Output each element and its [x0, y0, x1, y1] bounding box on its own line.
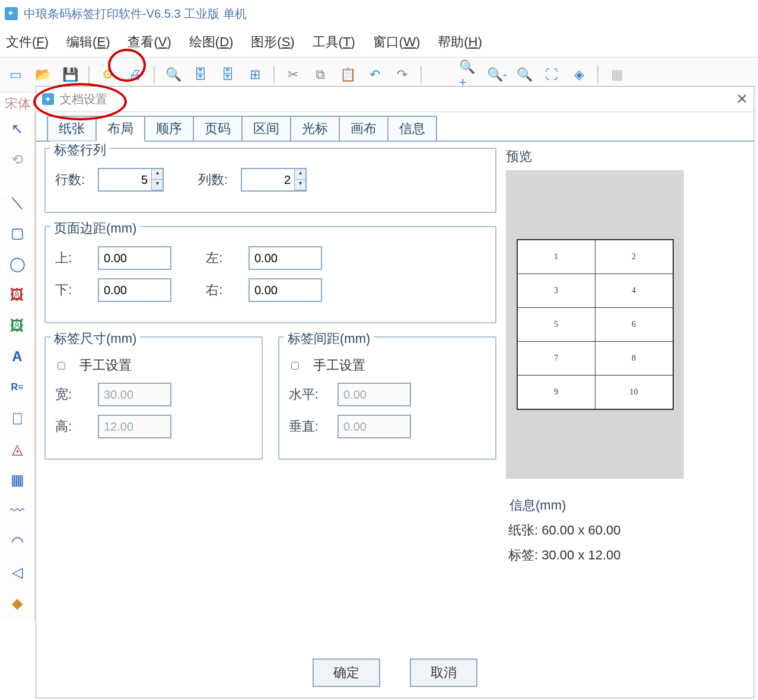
- gap-manual-checkbox[interactable]: [291, 362, 299, 370]
- window-title: 中琅条码标签打印软件-V6.5.3 工业版 单机: [24, 6, 247, 22]
- curve-tool-icon[interactable]: 〰: [2, 496, 32, 526]
- database-icon[interactable]: 🗄: [190, 64, 211, 85]
- size-manual-checkbox[interactable]: [58, 362, 65, 370]
- fit-icon[interactable]: ⛶: [541, 64, 562, 85]
- size-width-input: [98, 383, 171, 406]
- cols-input[interactable]: [242, 170, 294, 190]
- picture-tool-icon[interactable]: 🖼: [2, 311, 32, 341]
- print-icon[interactable]: 🖨: [125, 64, 146, 85]
- info-title: 信息(mm): [506, 497, 746, 514]
- document-settings-dialog: 文档设置 ✕ 纸张 布局 顺序 页码 区间 光标 画布 信息 标签行列 行数: …: [36, 86, 754, 698]
- polygon-tool-icon[interactable]: ◬: [2, 434, 32, 464]
- group-size: 标签尺寸(mm) 手工设置 宽: 高:: [44, 336, 263, 460]
- tab-canvas[interactable]: 画布: [339, 116, 388, 141]
- preview-cell: 10: [595, 376, 673, 409]
- cols-down[interactable]: ▾: [295, 180, 305, 190]
- roundrect-tool-icon[interactable]: ▢: [2, 218, 32, 248]
- redo-icon[interactable]: ↷: [391, 64, 413, 85]
- gap-vertical-input: [337, 415, 411, 438]
- tab-row: 纸张 布局 顺序 页码 区间 光标 画布 信息: [36, 112, 754, 141]
- window-titlebar: 中琅条码标签打印软件-V6.5.3 工业版 单机: [0, 0, 758, 27]
- tab-range[interactable]: 区间: [241, 116, 291, 141]
- more-tool-icon[interactable]: ◆: [2, 588, 32, 618]
- preview-label: 预览: [506, 148, 746, 166]
- zoom-out-icon[interactable]: 🔍-: [486, 64, 508, 85]
- menu-tool[interactable]: 工具(T): [313, 33, 355, 51]
- menu-view[interactable]: 查看(V): [128, 33, 171, 51]
- preview-cell: 5: [517, 308, 595, 342]
- tab-paper[interactable]: 纸张: [47, 116, 97, 141]
- menu-help[interactable]: 帮助(H): [438, 33, 482, 51]
- database-add-icon[interactable]: 🗄: [217, 64, 238, 85]
- barcode-tool-icon[interactable]: ⎕: [2, 403, 32, 433]
- menu-window[interactable]: 窗口(W): [373, 33, 420, 51]
- gap-horizontal-input: [337, 383, 411, 406]
- zoom-in-icon[interactable]: 🔍+: [459, 64, 480, 85]
- undo-icon[interactable]: ↶: [364, 64, 386, 85]
- margin-top-input[interactable]: [98, 246, 171, 270]
- menu-file[interactable]: 文件(F): [6, 33, 49, 51]
- cut-icon[interactable]: ✂: [282, 64, 304, 85]
- margin-right-input[interactable]: [249, 278, 322, 302]
- dialog-titlebar: 文档设置 ✕: [36, 87, 754, 112]
- image-tool-icon[interactable]: 🖼: [2, 280, 32, 310]
- rows-up[interactable]: ▴: [152, 169, 163, 180]
- richtext-tool-icon[interactable]: R≡: [2, 373, 32, 402]
- tab-cursor[interactable]: 光标: [290, 116, 340, 141]
- menu-draw[interactable]: 绘图(D): [189, 33, 234, 51]
- tab-order[interactable]: 顺序: [144, 116, 194, 141]
- table-tool-icon[interactable]: ▦: [2, 465, 32, 495]
- new-icon[interactable]: ▭: [5, 64, 26, 85]
- cancel-button[interactable]: 取消: [410, 658, 477, 687]
- menu-shape[interactable]: 图形(S): [251, 33, 294, 51]
- rows-label: 行数:: [55, 171, 88, 189]
- group-margin: 页面边距(mm) 上: 左: 下: 右:: [44, 226, 496, 323]
- cols-label: 列数:: [198, 171, 231, 189]
- rows-input[interactable]: [99, 170, 151, 190]
- preview-cell: 1: [517, 240, 595, 274]
- app-icon: [5, 7, 18, 20]
- grid-icon[interactable]: ⊞: [244, 64, 266, 85]
- margin-bottom-input[interactable]: [98, 278, 171, 302]
- ellipse-tool-icon[interactable]: ◯: [2, 249, 32, 279]
- open-icon[interactable]: 📂: [32, 64, 53, 85]
- settings-icon[interactable]: ⚙: [97, 64, 119, 85]
- rows-down[interactable]: ▾: [152, 180, 163, 190]
- info-label: 30.00 x 12.00: [542, 548, 620, 562]
- rotate-tool-icon[interactable]: ⟲: [2, 145, 32, 174]
- menu-edit[interactable]: 编辑(E): [66, 33, 110, 51]
- close-icon[interactable]: ✕: [736, 91, 748, 107]
- pointer-tool-icon[interactable]: ↖: [2, 114, 32, 144]
- save-icon[interactable]: 💾: [59, 64, 81, 85]
- dialog-icon: [42, 93, 54, 105]
- copy-icon[interactable]: ⧉: [310, 64, 331, 85]
- print-preview-icon[interactable]: 🔍: [163, 64, 184, 85]
- tab-pagenum[interactable]: 页码: [193, 116, 243, 141]
- arc-tool-icon[interactable]: ◠: [2, 527, 32, 556]
- ok-button[interactable]: 确定: [313, 658, 380, 687]
- paste-icon[interactable]: 📋: [337, 64, 358, 85]
- shape-tool-icon[interactable]: ◁: [2, 558, 32, 587]
- zoom-icon[interactable]: 🔍: [514, 64, 535, 85]
- preview-cell: 8: [595, 342, 673, 376]
- preview-cell: 6: [595, 308, 673, 342]
- preview-cell: 3: [517, 274, 595, 308]
- info-paper: 60.00 x 60.00: [542, 523, 620, 537]
- text-tool-icon[interactable]: A: [2, 342, 32, 371]
- margin-left-input[interactable]: [249, 246, 322, 270]
- line-tool-icon[interactable]: ＼: [2, 187, 32, 217]
- tab-layout[interactable]: 布局: [95, 116, 145, 142]
- group-gap: 标签间距(mm) 手工设置 水平: 垂直:: [278, 336, 496, 460]
- cols-up[interactable]: ▴: [295, 169, 305, 180]
- menubar: 文件(F) 编辑(E) 查看(V) 绘图(D) 图形(S) 工具(T) 窗口(W…: [0, 27, 758, 58]
- preview-cell: 2: [595, 240, 673, 274]
- preview-cell: 9: [517, 376, 595, 409]
- actual-size-icon[interactable]: ◈: [568, 64, 590, 85]
- preview-cell: 7: [517, 342, 595, 376]
- tab-info[interactable]: 信息: [387, 116, 437, 141]
- side-toolbar: ↖ ⟲ ＼ ▢ ◯ 🖼 🖼 A R≡ ⎕ ◬ ▦ 〰 ◠ ◁ ◆: [0, 113, 35, 619]
- group-rowscols: 标签行列 行数: ▴▾ 列数: ▴▾: [44, 148, 496, 213]
- more-icon[interactable]: ▦: [606, 64, 628, 85]
- dialog-title: 文档设置: [60, 91, 107, 107]
- font-name-label: 宋体: [5, 95, 31, 113]
